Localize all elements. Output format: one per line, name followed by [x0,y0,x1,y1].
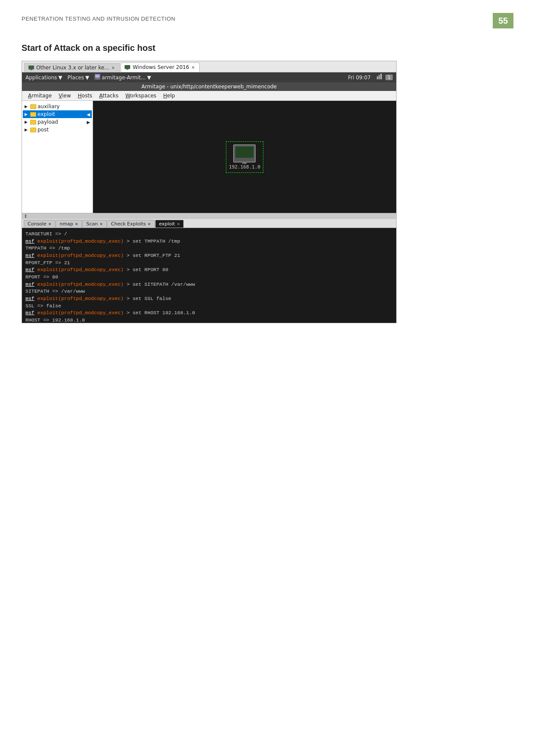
svg-rect-10 [379,75,380,79]
console-tab-nmap-label: nmap [59,221,73,227]
taskbar-badge: 1 [385,75,393,80]
armitage-icon [94,74,100,81]
console-line-13: RHOST => 192.168.1.0 [25,317,393,323]
menu-armitage[interactable]: Armitage [25,92,55,100]
svg-rect-7 [95,75,100,78]
console-tab-scan-label: Scan [86,221,98,227]
tree-label-post: post [38,127,49,133]
console-output: TARGETURI => / msf exploit(proftpd_modco… [22,228,396,323]
tree-label-exploit: exploit [38,111,55,117]
resize-handle[interactable]: ↕ [22,213,396,219]
console-tab-scan-close[interactable]: ✕ [100,222,103,226]
menu-help[interactable]: Help [160,92,178,100]
menu-bar: Armitage View Hosts Attacks Workspaces H… [22,91,396,101]
tab-windows-server[interactable]: Windows Server 2016 ✕ [121,62,200,72]
folder-icon-payload [30,120,36,125]
folder-icon-post [30,128,36,132]
tree-arrow-exploit: ▶ [25,112,29,116]
console-line-5: RPORT_FTP => 21 [25,259,393,267]
host-box: 192.168.1.0 [226,141,263,173]
svg-rect-1 [29,66,34,69]
folder-icon-exploit [30,112,36,117]
armitage-title-bar: Armitage - unix/http/contentkeeperweb_mi… [22,82,396,91]
monitor-screen [235,147,253,158]
network-icon [376,74,383,81]
svg-rect-9 [377,76,378,79]
resize-icon: ↕ [24,214,27,219]
console-tab-exploit[interactable]: exploit ✕ [155,220,184,228]
expand-arrow-exploit: ◀ [87,112,90,117]
svg-rect-8 [96,78,99,79]
armitage-label: armitage-Armit... [102,75,146,81]
tree-item-auxiliary[interactable]: ▶ auxiliary [23,103,92,110]
sidebar-tree: ▶ auxiliary ▶ exploit ◀ ▶ payload ▶ ▶ po… [22,101,93,213]
tree-arrow-auxiliary: ▶ [25,104,29,109]
tab-other-linux[interactable]: Other Linux 3.x or later ke... ✕ [24,63,120,72]
console-tab-exploit-label: exploit [159,221,175,227]
console-line-8: msf exploit(proftpd_modcopy_exec) > set … [25,281,393,288]
console-line-2: msf exploit(proftpd_modcopy_exec) > set … [25,238,393,245]
page-number: 55 [493,13,513,28]
console-tab-check-exploits-label: Check Exploits [111,221,146,227]
console-line-1: TARGETURI => / [25,231,393,238]
tree-item-exploit[interactable]: ▶ exploit ◀ [23,110,92,118]
console-line-9: SITEPATH => /var/www [25,288,393,295]
svg-rect-2 [30,69,32,70]
console-tab-console-label: Console [28,221,47,227]
tab-monitor-icon-1 [28,65,34,71]
console-tab-scan[interactable]: Scan ✕ [82,220,106,228]
taskbar-icons: 1 [376,74,393,81]
menu-view[interactable]: View [55,92,74,100]
tab-other-linux-close[interactable]: ✕ [111,66,115,70]
tab-windows-server-close[interactable]: ✕ [191,65,195,70]
tab-windows-server-label: Windows Server 2016 [133,64,189,70]
armitage-menu[interactable]: armitage-Armit... ▼ [94,74,151,81]
armitage-window-title: Armitage - unix/http/contentkeeperweb_mi… [141,84,277,90]
tree-arrow-payload: ▶ [25,120,29,124]
console-tab-check-exploits-close[interactable]: ✕ [147,222,151,226]
console-line-7: RPORT => 80 [25,274,393,281]
monitor-stand [242,162,247,164]
console-line-11: SSL => false [25,303,393,310]
menu-attacks[interactable]: Attacks [96,92,122,100]
menu-workspaces[interactable]: Workspaces [122,92,160,100]
applications-menu[interactable]: Applications ▼ [25,75,63,81]
console-line-3: TMPPATH => /tmp [25,245,393,252]
console-tabs: Console ✕ nmap ✕ Scan ✕ Check Exploits ✕… [22,219,396,228]
tab-monitor-icon-2 [125,64,131,70]
svg-rect-11 [380,74,382,79]
applications-arrow: ▼ [58,75,62,81]
console-line-12: msf exploit(proftpd_modcopy_exec) > set … [25,309,393,317]
host-monitor-icon [233,144,256,162]
section-heading: Start of Attack on a specific host [22,43,513,53]
svg-rect-5 [126,69,128,70]
console-tab-nmap-close[interactable]: ✕ [75,222,78,226]
folder-icon-auxiliary [30,104,36,109]
main-area: ▶ auxiliary ▶ exploit ◀ ▶ payload ▶ ▶ po… [22,101,396,213]
console-tab-exploit-close[interactable]: ✕ [177,222,180,226]
taskbar-time: Fri 09:07 [348,75,371,81]
page-title: PENETRATION TESTING AND INTRUSION DETECT… [22,16,175,22]
menu-hosts[interactable]: Hosts [75,92,96,100]
expand-arrow-payload: ▶ [87,120,90,125]
console-line-10: msf exploit(proftpd_modcopy_exec) > set … [25,295,393,303]
armitage-arrow: ▼ [147,75,151,81]
console-tab-check-exploits[interactable]: Check Exploits ✕ [107,220,154,228]
canvas-area: 192.168.1.0 [93,101,396,213]
console-line-6: msf exploit(proftpd_modcopy_exec) > set … [25,266,393,274]
tab-bar: Other Linux 3.x or later ke... ✕ Windows… [22,61,396,72]
host-ip-label: 192.168.1.0 [229,164,260,170]
places-menu[interactable]: Places ▼ [68,75,89,81]
tree-item-payload[interactable]: ▶ payload ▶ [23,118,92,126]
applications-label: Applications [25,75,57,81]
console-tab-console[interactable]: Console ✕ [24,220,55,228]
places-label: Places [68,75,84,81]
tab-other-linux-label: Other Linux 3.x or later ke... [36,65,109,71]
console-tab-nmap[interactable]: nmap ✕ [56,220,82,228]
taskbar: Applications ▼ Places ▼ armitage-Armit..… [22,72,396,82]
armitage-window: Other Linux 3.x or later ke... ✕ Windows… [22,61,397,323]
page-header: PENETRATION TESTING AND INTRUSION DETECT… [22,13,513,31]
console-tab-console-close[interactable]: ✕ [48,222,52,226]
tree-label-payload: payload [38,119,58,125]
tree-item-post[interactable]: ▶ post [23,126,92,134]
